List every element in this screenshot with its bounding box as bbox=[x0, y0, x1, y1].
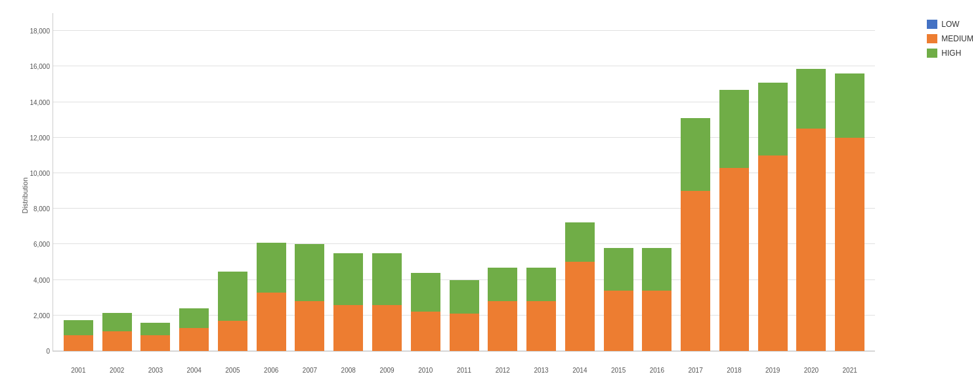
bar-segment-medium bbox=[758, 155, 788, 351]
x-label-item: 2004 bbox=[175, 367, 213, 374]
bar-group bbox=[253, 243, 290, 351]
bar-stack bbox=[179, 308, 209, 351]
bar-segment-medium bbox=[218, 321, 247, 351]
bar-stack bbox=[372, 253, 402, 351]
bar-stack bbox=[450, 280, 479, 351]
x-label-item: 2002 bbox=[98, 367, 136, 374]
bar-segment-medium bbox=[565, 262, 595, 351]
bar-stack bbox=[257, 243, 286, 351]
y-tick-label: 6,000 bbox=[33, 241, 50, 248]
bar-segment-medium bbox=[642, 291, 671, 351]
bar-group bbox=[291, 244, 329, 351]
legend-label: LOW bbox=[941, 20, 959, 29]
x-label-item: 2016 bbox=[638, 367, 675, 374]
bar-group bbox=[638, 248, 675, 351]
y-axis-label: Distribution bbox=[21, 177, 29, 213]
legend-color bbox=[927, 49, 937, 58]
legend-label: MEDIUM bbox=[941, 34, 973, 43]
bar-segment-high bbox=[333, 253, 363, 305]
bar-stack bbox=[758, 83, 788, 351]
x-labels: 2001200220032004200520062007200820092010… bbox=[53, 367, 875, 374]
bar-stack bbox=[526, 268, 556, 351]
bar-stack bbox=[218, 272, 247, 351]
y-tick-label: 18,000 bbox=[30, 28, 50, 35]
y-tick-label: 10,000 bbox=[30, 169, 50, 176]
chart-area: 02,0004,0006,0008,00010,00012,00014,0001… bbox=[53, 13, 875, 352]
x-label-item: 2010 bbox=[407, 367, 444, 374]
bar-group bbox=[522, 268, 560, 351]
x-label-item: 2013 bbox=[522, 367, 560, 374]
x-label-item: 2009 bbox=[368, 367, 406, 374]
y-tick-label: 12,000 bbox=[30, 134, 50, 141]
legend-color bbox=[927, 20, 937, 29]
bar-stack bbox=[411, 273, 440, 351]
bars-area bbox=[53, 13, 875, 351]
y-tick-label: 8,000 bbox=[33, 205, 50, 213]
legend-color bbox=[927, 34, 937, 43]
bar-group bbox=[715, 90, 753, 351]
y-tick-label: 0 bbox=[46, 348, 50, 355]
bar-group bbox=[368, 253, 406, 351]
bar-segment-medium bbox=[179, 328, 209, 351]
y-tick-label: 4,000 bbox=[33, 276, 50, 283]
chart-container: Distribution 02,0004,0006,0008,00010,000… bbox=[0, 0, 980, 391]
bar-segment-medium bbox=[257, 293, 286, 351]
bar-segment-medium bbox=[411, 312, 440, 351]
bar-segment-high bbox=[450, 280, 479, 314]
bar-stack bbox=[719, 90, 749, 351]
bar-segment-high bbox=[526, 268, 556, 302]
y-tick-label: 16,000 bbox=[30, 63, 50, 70]
x-label-item: 2015 bbox=[600, 367, 637, 374]
bar-segment-medium bbox=[450, 314, 479, 351]
bar-segment-medium bbox=[719, 168, 749, 351]
bar-segment-medium bbox=[604, 291, 633, 351]
bar-stack bbox=[796, 69, 826, 351]
bar-group bbox=[446, 280, 483, 351]
bar-stack bbox=[64, 320, 93, 351]
x-label-item: 2017 bbox=[677, 367, 714, 374]
bar-group bbox=[600, 248, 637, 351]
bar-segment-medium bbox=[372, 305, 402, 351]
x-label-item: 2019 bbox=[754, 367, 792, 374]
bar-group bbox=[831, 73, 868, 351]
bar-stack bbox=[488, 268, 517, 351]
y-tick-label: 2,000 bbox=[33, 312, 50, 319]
bar-segment-high bbox=[604, 248, 633, 291]
bar-segment-medium bbox=[102, 331, 132, 351]
bar-segment-medium bbox=[64, 335, 93, 351]
x-label-item: 2011 bbox=[446, 367, 483, 374]
bar-group bbox=[484, 268, 521, 351]
legend-label: HIGH bbox=[941, 49, 961, 58]
bar-segment-high bbox=[64, 320, 93, 335]
legend-item: MEDIUM bbox=[927, 34, 973, 43]
x-label-item: 2005 bbox=[214, 367, 251, 374]
bar-segment-high bbox=[179, 308, 209, 328]
bar-segment-high bbox=[719, 90, 749, 168]
bar-stack bbox=[681, 118, 710, 351]
bar-segment-medium bbox=[333, 305, 363, 351]
x-label-item: 2006 bbox=[253, 367, 290, 374]
bar-stack bbox=[835, 73, 864, 351]
bar-group bbox=[754, 83, 792, 351]
bar-segment-medium bbox=[796, 129, 826, 351]
bar-stack bbox=[565, 222, 595, 352]
x-label-item: 2008 bbox=[330, 367, 367, 374]
bar-group bbox=[793, 69, 830, 351]
bar-segment-high bbox=[218, 272, 247, 321]
bar-stack bbox=[604, 248, 633, 351]
bar-group bbox=[214, 272, 251, 351]
bar-stack bbox=[642, 248, 671, 351]
bar-group bbox=[175, 308, 213, 351]
x-label-item: 2021 bbox=[831, 367, 868, 374]
bar-group bbox=[561, 222, 599, 352]
bar-segment-high bbox=[140, 323, 170, 335]
legend-item: LOW bbox=[927, 20, 973, 29]
bar-segment-high bbox=[796, 69, 826, 129]
bar-segment-high bbox=[565, 222, 595, 262]
x-label-item: 2007 bbox=[291, 367, 329, 374]
bar-segment-medium bbox=[140, 335, 170, 351]
bar-group bbox=[98, 313, 136, 351]
bar-group bbox=[330, 253, 367, 351]
bar-segment-high bbox=[257, 243, 286, 293]
legend: LOW MEDIUM HIGH bbox=[927, 20, 973, 58]
